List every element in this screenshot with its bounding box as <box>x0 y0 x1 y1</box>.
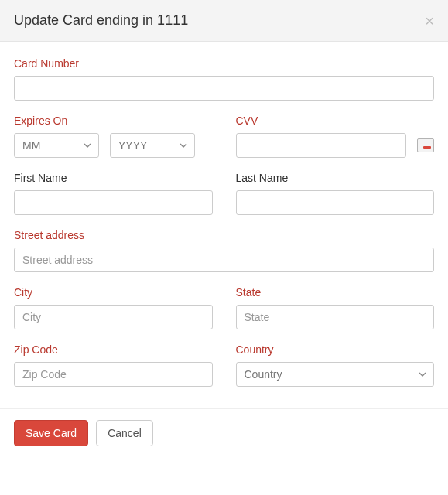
cvv-input[interactable] <box>236 133 406 158</box>
street-address-input[interactable] <box>14 248 434 272</box>
cancel-button[interactable]: Cancel <box>96 420 153 446</box>
zip-code-input[interactable] <box>14 362 213 387</box>
dialog-title: Update Card ending in 1111 <box>14 12 188 29</box>
credit-card-icon <box>417 138 434 152</box>
cvv-label: CVV <box>236 114 435 127</box>
expires-on-label: Expires On <box>14 114 213 127</box>
dialog-header: Update Card ending in 1111 × <box>0 0 448 42</box>
first-name-label: First Name <box>14 172 213 184</box>
first-name-input[interactable] <box>14 190 213 215</box>
zip-code-label: Zip Code <box>14 343 213 356</box>
expiry-month-select[interactable]: MM <box>14 133 99 158</box>
card-number-input[interactable] <box>14 76 434 101</box>
state-input[interactable] <box>236 305 435 329</box>
expiry-year-select[interactable]: YYYY <box>110 133 195 158</box>
last-name-input[interactable] <box>236 190 435 215</box>
country-label: Country <box>236 343 435 356</box>
close-button[interactable]: × <box>425 13 434 29</box>
close-icon: × <box>425 12 434 29</box>
last-name-label: Last Name <box>236 172 435 184</box>
country-select[interactable]: Country <box>236 362 435 387</box>
state-label: State <box>236 286 435 299</box>
city-input[interactable] <box>14 305 213 329</box>
city-label: City <box>14 286 213 299</box>
dialog-footer: Save Card Cancel <box>0 408 448 463</box>
save-card-button[interactable]: Save Card <box>14 420 88 446</box>
street-address-label: Street address <box>14 229 434 241</box>
card-number-label: Card Number <box>14 57 434 70</box>
dialog-body: Card Number Expires On MM YYYY <box>0 42 448 408</box>
